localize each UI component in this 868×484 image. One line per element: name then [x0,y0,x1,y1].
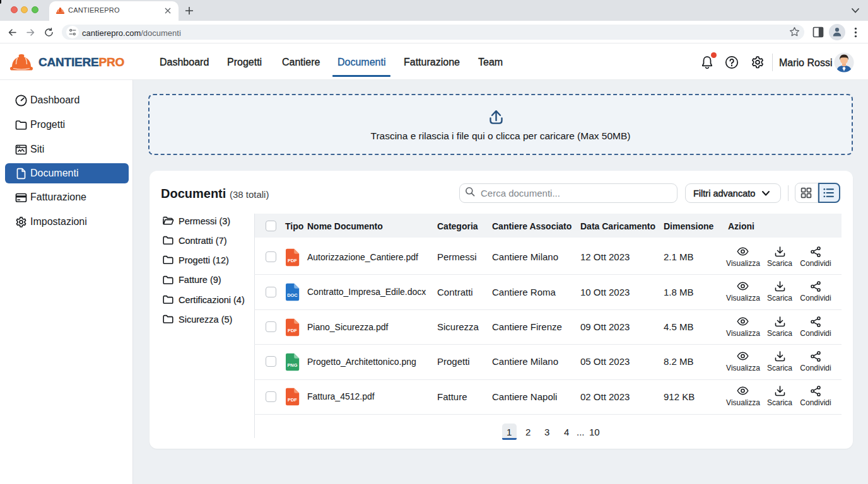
svg-text:PDF: PDF [288,258,297,263]
svg-text:DOC: DOC [287,292,298,298]
svg-text:PDF: PDF [288,328,297,333]
svg-text:PDF: PDF [288,397,297,403]
svg-text:PNG: PNG [287,362,297,368]
